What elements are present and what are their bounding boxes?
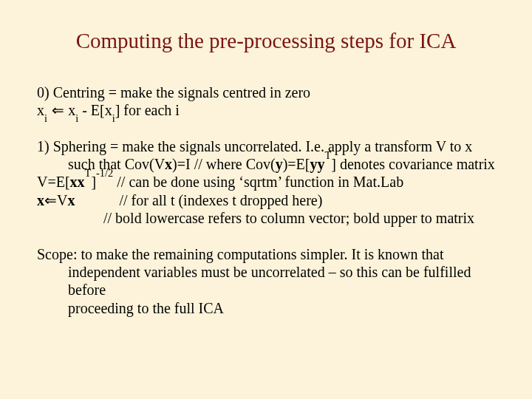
scope-line-1: Scope: to make the remaining computation…	[37, 245, 495, 263]
text: x	[68, 102, 75, 118]
scope-line-3: proceeding to the full ICA	[37, 299, 495, 317]
sphering-line-5: // bold lowercase refers to column vecto…	[37, 209, 495, 227]
sphering-line-3: V=E[xxT]-1/2 // can be done using ‘sqrtm…	[37, 173, 495, 191]
superscript: T	[325, 149, 332, 161]
text: V	[57, 192, 67, 208]
text: x	[37, 102, 44, 118]
sphering-line-1: 1) Sphering = make the signals uncorrela…	[37, 137, 495, 155]
centring-line-2: xi ⇐ xi - E[xi] for each i	[37, 101, 495, 119]
subscript: i	[44, 112, 47, 124]
superscript: -1/2	[96, 167, 113, 179]
bold-x: x	[70, 174, 78, 190]
text: // for all t (indexes t dropped here)	[75, 192, 322, 208]
bold-y: y	[276, 156, 283, 172]
bold-y: y	[310, 156, 318, 172]
text: )=I // where Cov(	[172, 156, 276, 172]
superscript: T	[85, 167, 92, 179]
subscript: i	[112, 112, 115, 124]
text: ] denotes covariance matrix	[331, 156, 495, 172]
scope-block: Scope: to make the remaining computation…	[37, 245, 495, 318]
left-arrow-icon: ⇐	[47, 102, 68, 118]
scope-line-2: independent variables must be uncorrelat…	[37, 263, 495, 299]
left-arrow-icon: ⇐	[44, 192, 57, 208]
text: such that Cov(V	[68, 156, 165, 172]
text: // can be done using ‘sqrtm’ function in…	[113, 174, 403, 190]
sphering-block: 1) Sphering = make the signals uncorrela…	[37, 137, 495, 228]
slide: Computing the pre-processing steps for I…	[0, 0, 532, 399]
subscript: i	[75, 112, 78, 124]
text: V=E[	[37, 174, 70, 190]
centring-line-1: 0) Centring = make the signals centred i…	[37, 83, 495, 101]
slide-title: Computing the pre-processing steps for I…	[37, 28, 495, 54]
sphering-line-4: x⇐Vx // for all t (indexes t dropped her…	[37, 191, 495, 209]
slide-body: 0) Centring = make the signals centred i…	[37, 83, 495, 317]
centring-block: 0) Centring = make the signals centred i…	[37, 83, 495, 120]
text: ] for each i	[115, 102, 180, 118]
text: )=E[	[283, 156, 310, 172]
bold-x: x	[78, 174, 85, 190]
bold-x: x	[37, 192, 44, 208]
bold-x: x	[165, 156, 172, 172]
bold-x: x	[67, 192, 75, 208]
bold-y: y	[318, 156, 325, 172]
text: - E[x	[78, 102, 112, 118]
